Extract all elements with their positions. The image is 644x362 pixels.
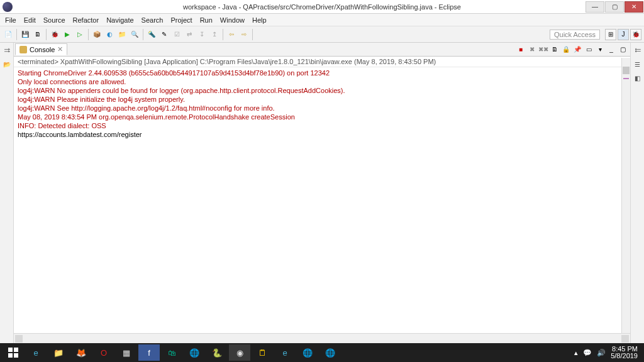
scrollbar-thumb[interactable] — [623, 67, 630, 74]
step2-icon[interactable]: ↥ — [209, 29, 220, 40]
quick-access[interactable]: Quick Access — [550, 30, 600, 40]
scroll-lock-icon[interactable]: 🔒 — [561, 45, 571, 55]
vertical-scrollbar[interactable] — [621, 58, 630, 333]
system-tray: ▴ 💬 🔊 8:45 PM 5/8/2019 — [574, 346, 641, 359]
restore-right-icon[interactable]: ⮄ — [633, 45, 643, 55]
menu-edit[interactable]: Edit — [20, 15, 40, 25]
chrome3-icon[interactable]: 🌐 — [319, 344, 341, 361]
toggle-icon[interactable]: ⇄ — [184, 29, 195, 40]
menu-source[interactable]: Source — [40, 15, 69, 25]
console-toolbar: ■ ✖ ✖✖ 🗎 🔒 📌 ▭ ▾ _ ▢ — [516, 45, 630, 55]
task-list-icon[interactable]: ☰ — [633, 59, 643, 69]
chrome2-icon[interactable]: 🌐 — [297, 344, 318, 361]
menu-search[interactable]: Search — [138, 15, 167, 25]
console-line: Only local connections are allowed. — [18, 77, 626, 86]
maximize-view-icon[interactable]: ▢ — [618, 45, 628, 55]
new-class-icon[interactable]: ◐ — [104, 29, 115, 40]
forward-icon[interactable]: ⇨ — [238, 29, 250, 40]
opera-icon[interactable]: O — [93, 344, 114, 361]
java-perspective-icon[interactable]: J — [618, 29, 629, 40]
debug-icon[interactable]: 🐞 — [49, 29, 60, 40]
remove-all-icon[interactable]: ✖✖ — [538, 45, 548, 55]
menu-project[interactable]: Project — [167, 15, 196, 25]
console-line: INFO: Detected dialect: OSS — [18, 121, 626, 130]
menu-help[interactable]: Help — [248, 15, 270, 25]
eclipse-task-icon[interactable]: ◉ — [229, 344, 250, 361]
task-icon[interactable]: ☑ — [171, 29, 182, 40]
main-toolbar: 📄 💾 🗎 🐞 ▶ ▷ 📦 ◐ 📁 🔍 🔦 ✎ ☑ ⇄ ↧ ↥ ⇦ ⇨ Quic… — [0, 26, 644, 43]
outline-icon[interactable]: ◧ — [633, 73, 643, 83]
console-line: Starting ChromeDriver 2.44.609538 (b655c… — [18, 69, 626, 77]
minimize-button[interactable]: — — [586, 1, 604, 13]
console-line: log4j:WARN No appenders could be found f… — [18, 86, 626, 95]
back-icon[interactable]: ⇦ — [226, 29, 237, 40]
tab-label: Console — [30, 46, 55, 53]
svg-rect-2 — [8, 353, 13, 358]
open-type-icon[interactable]: 🔍 — [129, 29, 140, 40]
maximize-button[interactable]: ▢ — [605, 1, 624, 13]
view-tab-bar: Console ✕ ■ ✖ ✖✖ 🗎 🔒 📌 ▭ ▾ _ ▢ — [14, 43, 630, 57]
store-icon[interactable]: 🛍 — [161, 344, 182, 361]
pin-console-icon[interactable]: 📌 — [572, 45, 582, 55]
step-icon[interactable]: ↧ — [196, 29, 208, 40]
console-line: May 08, 2019 8:43:54 PM org.openqa.selen… — [18, 112, 626, 121]
app-icon[interactable]: ▦ — [116, 344, 137, 361]
svg-rect-1 — [14, 348, 18, 352]
action-center-icon[interactable]: 💬 — [583, 349, 592, 357]
facebook-icon[interactable]: f — [138, 344, 160, 361]
remove-launch-icon[interactable]: ✖ — [527, 45, 537, 55]
restore-icon[interactable]: ⮆ — [2, 45, 12, 55]
menu-file[interactable]: File — [1, 15, 20, 25]
eclipse-icon — [3, 2, 13, 12]
left-trim: ⮆ 📂 — [0, 43, 14, 343]
close-button[interactable]: ✕ — [625, 1, 643, 13]
wand-icon[interactable]: ✎ — [158, 29, 170, 40]
clock-date: 5/8/2019 — [611, 353, 638, 359]
edge-icon[interactable]: e — [274, 344, 296, 361]
menu-refactor[interactable]: Refactor — [69, 15, 103, 25]
svg-rect-3 — [14, 353, 18, 358]
tab-console[interactable]: Console ✕ — [15, 43, 67, 55]
debug-perspective-icon[interactable]: 🐞 — [630, 29, 641, 40]
horizontal-scrollbar[interactable] — [14, 333, 630, 343]
save-all-icon[interactable]: 🗎 — [32, 29, 43, 40]
notes-icon[interactable]: 🗒 — [252, 344, 273, 361]
menu-window[interactable]: Window — [216, 15, 248, 25]
editor-area: Console ✕ ■ ✖ ✖✖ 🗎 🔒 📌 ▭ ▾ _ ▢ <terminat… — [14, 43, 630, 343]
tray-chevron-icon[interactable]: ▴ — [574, 349, 578, 357]
tab-close-icon[interactable]: ✕ — [57, 45, 63, 53]
open-perspective-icon[interactable]: ⊞ — [605, 29, 616, 40]
console-line: https://accounts.lambdatest.com/register — [18, 130, 626, 139]
ie-icon[interactable]: e — [25, 344, 47, 361]
svg-rect-0 — [8, 348, 13, 352]
firefox-icon[interactable]: 🦊 — [70, 344, 92, 361]
minimize-view-icon[interactable]: _ — [606, 45, 616, 55]
console-icon — [19, 46, 27, 53]
python-icon[interactable]: 🐍 — [206, 344, 228, 361]
volume-icon[interactable]: 🔊 — [597, 349, 606, 357]
save-icon[interactable]: 💾 — [19, 29, 31, 40]
new-icon[interactable]: 📄 — [3, 29, 14, 40]
menu-run[interactable]: Run — [196, 15, 216, 25]
run-last-icon[interactable]: ▷ — [74, 29, 86, 40]
display-selected-icon[interactable]: ▭ — [584, 45, 594, 55]
chrome1-icon[interactable]: 🌐 — [184, 344, 205, 361]
terminate-icon[interactable]: ■ — [516, 45, 526, 55]
taskbar-clock[interactable]: 8:45 PM 5/8/2019 — [611, 346, 638, 359]
title-bar: workspace - Java - QAPractise/src/Chrome… — [0, 0, 644, 14]
console-output[interactable]: Starting ChromeDriver 2.44.609538 (b655c… — [14, 67, 630, 333]
new-folder-icon[interactable]: 📁 — [116, 29, 128, 40]
clear-console-icon[interactable]: 🗎 — [550, 45, 560, 55]
new-package-icon[interactable]: 📦 — [91, 29, 103, 40]
start-button[interactable] — [3, 344, 24, 361]
run-icon[interactable]: ▶ — [62, 29, 73, 40]
console-line: log4j:WARN See http://logging.apache.org… — [18, 104, 626, 112]
menu-navigate[interactable]: Navigate — [103, 15, 137, 25]
windows-taskbar: e 📁 🦊 O ▦ f 🛍 🌐 🐍 ◉ 🗒 e 🌐 🌐 ▴ 💬 🔊 8:45 P… — [0, 343, 644, 362]
overview-mark — [623, 78, 629, 79]
right-trim: ⮄ ☰ ◧ — [630, 43, 644, 343]
explorer-icon[interactable]: 📁 — [48, 344, 69, 361]
open-console-icon[interactable]: ▾ — [595, 45, 605, 55]
search-icon[interactable]: 🔦 — [146, 29, 157, 40]
package-explorer-icon[interactable]: 📂 — [2, 59, 12, 69]
